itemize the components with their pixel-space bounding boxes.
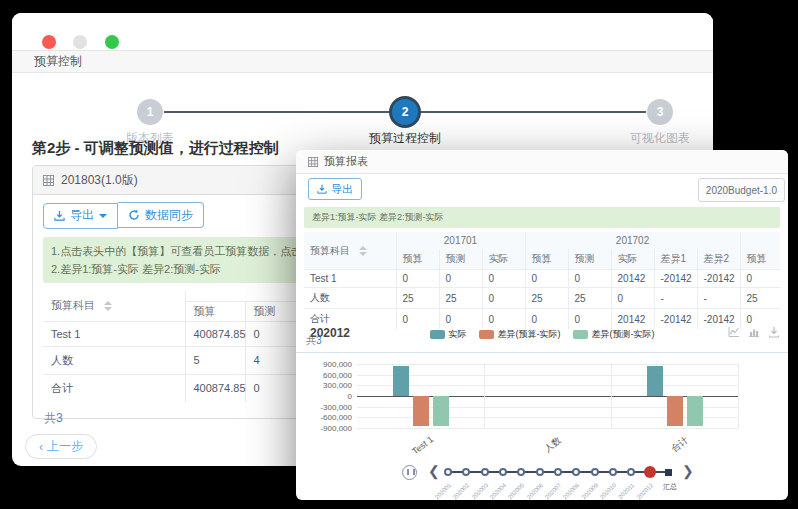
legend-swatch [430,330,445,339]
timeline-play-button[interactable] [402,465,417,480]
x-axis-label: 人数 [541,434,563,455]
timeline-point[interactable] [591,468,599,476]
toolbox-line-chart-icon[interactable] [728,326,740,338]
timeline-point[interactable] [627,468,635,476]
value-cell: 0 [482,288,525,309]
timeline-point[interactable] [462,468,470,476]
step-2-label: 预算过程控制 [335,130,475,147]
column-header-budget[interactable]: 预算 [185,301,245,321]
timeline-point[interactable] [572,468,580,476]
version-select[interactable]: 2020Budget-1.0 [698,178,785,202]
data-sync-button[interactable]: 数据同步 [118,202,204,228]
report-window: 预算报表 导出 2020Budget-1.0 差异1:预算-实际 差异2:预测-… [296,150,788,500]
value-cell: 0 [525,309,568,330]
timeline-label: 202004 [489,482,507,500]
bar-series-2 [687,396,703,426]
legend-item-0[interactable]: 实际 [430,328,467,341]
column-header-0[interactable]: 预算 [396,249,439,270]
timeline-point[interactable] [554,468,562,476]
value-cell: 25 [568,288,611,309]
value-cell: 20142 [611,309,654,330]
y-axis-labels: 900,000600,000300,0000-300,000-600,000-9… [296,364,352,428]
value-cell: 0 [568,309,611,330]
close-window-button[interactable] [42,35,56,49]
legend-item-2[interactable]: 差异(预测-实际) [573,328,655,341]
timeline-point[interactable] [444,468,452,476]
column-header-6[interactable]: 差异1 [654,249,697,270]
timeline-prev-arrow[interactable]: ❮ [428,462,440,480]
column-header-7[interactable]: 差异2 [697,249,740,270]
timeline-point[interactable] [499,468,507,476]
sort-icon [359,246,367,256]
value-cell: 0 [396,309,439,330]
value-cell: 0 [740,270,780,288]
step-3-circle[interactable]: 3 [647,99,673,125]
subject-cell: Test 1 [304,270,396,288]
toolbox-save-image-icon[interactable] [768,326,780,338]
step-heading: 第2步 - 可调整预测值，进行过程控制 [32,139,279,158]
prev-step-button[interactable]: ‹ 上一步 [25,434,97,459]
minimize-window-button[interactable] [73,35,87,49]
report-toolbar: 导出 2020Budget-1.0 [296,174,788,204]
column-header-8[interactable]: 预算 [740,249,780,270]
column-header-2[interactable]: 实际 [482,249,525,270]
table-grid-icon [308,157,318,167]
value-cell: 0 [568,270,611,288]
subject-cell: 人数 [304,288,396,309]
value-cell: -20142 [654,270,697,288]
step-2-circle[interactable]: 2 [389,96,421,128]
chart-legend: 实际差异(预算-实际)差异(预测-实际) [296,328,788,341]
export-button[interactable]: 导出 [43,203,118,229]
month-group-header-201702: 201702 [525,232,740,249]
value-cell: 0 [611,288,654,309]
value-cell: 20142 [611,270,654,288]
report-window-title: 预算报表 [296,150,788,174]
timeline-point[interactable] [536,468,544,476]
subject-column-header[interactable]: 预算科目 [304,232,396,270]
grid-split-line [738,364,739,428]
timeline-label: 202006 [525,482,543,500]
timeline-label: 202001 [434,482,452,500]
y-axis-label: 900,000 [323,360,352,369]
timeline-current-point[interactable] [644,466,656,478]
timeline-next-arrow[interactable]: ❯ [682,462,694,480]
timeline-label: 202005 [507,482,525,500]
timeline-point[interactable] [609,468,617,476]
legend-label: 差异(预算-实际) [498,328,561,341]
column-header-5[interactable]: 实际 [611,249,654,270]
bar-series-1 [413,396,429,426]
column-header-4[interactable]: 预测 [568,249,611,270]
value-cell: 25 [525,288,568,309]
value-cell: 0 [482,270,525,288]
timeline-summary-point[interactable] [665,469,672,476]
value-cell: 0 [396,270,439,288]
value-cell: 25 [396,288,439,309]
legend-item-1[interactable]: 差异(预算-实际) [479,328,561,341]
table-row: 人数2525025250--25 [304,288,780,309]
titlebar [12,13,713,50]
chevron-left-icon: ‹ [39,440,43,454]
grid-line [357,375,738,376]
timeline-point[interactable] [481,468,489,476]
month-group-header-cut [740,232,780,249]
export-button-label: 导出 [70,207,94,224]
sync-button-label: 数据同步 [145,207,193,224]
download-icon [317,184,327,194]
subject-column-header[interactable]: 预算科目 [43,291,185,322]
chevron-down-icon [99,214,107,218]
report-export-button[interactable]: 导出 [308,178,362,200]
zoom-window-button[interactable] [105,35,119,49]
bar-series-2 [433,396,449,426]
column-header-3[interactable]: 预算 [525,249,568,270]
prev-step-label: 上一步 [47,438,83,455]
value-cell: 0 [439,309,482,330]
step-1-circle[interactable]: 1 [137,99,163,125]
timeline-label: 202009 [580,482,598,500]
month-group-header-201701: 201701 [396,232,525,249]
toolbox-bar-chart-icon[interactable] [748,326,760,338]
download-icon [54,210,65,221]
value-cell: 0 [482,309,525,330]
chart-toolbox [728,326,780,338]
timeline-point[interactable] [517,468,525,476]
column-header-1[interactable]: 预测 [439,249,482,270]
